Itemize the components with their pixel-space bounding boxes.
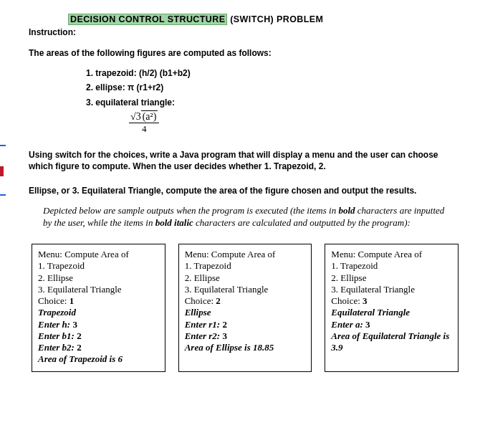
- body-para-1: Using switch for the choices, write a Ja…: [29, 149, 459, 172]
- menu-item: 1. Trapezoid: [185, 260, 306, 272]
- sample-box: Menu: Compute Area of 1. Trapezoid 2. El…: [32, 244, 165, 372]
- edge-marker: [0, 166, 4, 176]
- formula-2: 2. ellipse: π (r1+r2): [86, 82, 459, 93]
- page-title: DECISION CONTROL STRUCTURE (SWITCH) PROB…: [68, 14, 459, 24]
- denominator: 4: [129, 123, 159, 135]
- input-line: Enter b1: 2: [38, 330, 159, 342]
- input-line: Enter r1: 2: [185, 319, 306, 330]
- formula-1: 1. trapezoid: (h/2) (b1+b2): [86, 67, 459, 79]
- result-line: Area of Ellipse is 18.85: [185, 342, 306, 353]
- choice-line: Choice: 2: [185, 295, 306, 307]
- menu-head: Menu: Compute Area of: [185, 249, 306, 260]
- body-para-2: Ellipse, or 3. Equilateral Triangle, com…: [29, 185, 459, 196]
- result-line: Area of Trapezoid is 6: [38, 353, 159, 365]
- input-line: Enter r2: 3: [185, 330, 306, 342]
- intro-text: The areas of the following figures are c…: [29, 47, 459, 59]
- menu-item: 2. Ellipse: [185, 272, 306, 284]
- menu-item: 3. Equilateral Triangle: [38, 284, 159, 295]
- edge-marker: [0, 194, 6, 196]
- root-sign: √3: [130, 111, 141, 122]
- menu-item: 1. Trapezoid: [331, 260, 452, 272]
- menu-item: 1. Trapezoid: [38, 260, 159, 272]
- menu-item: 3. Equilateral Triangle: [185, 284, 306, 295]
- choice-line: Choice: 3: [331, 295, 452, 307]
- sample-note: Depicted below are sample outputs when t…: [43, 205, 451, 229]
- menu-item: 2. Ellipse: [38, 272, 159, 284]
- formula-3-fraction: √3(a²) 4: [129, 111, 459, 135]
- sample-box: Menu: Compute Area of 1. Trapezoid 2. El…: [325, 244, 459, 372]
- formula-3: 3. equilateral triangle:: [86, 97, 459, 108]
- shape-name: Equilateral Triangle: [331, 307, 452, 318]
- shape-name: Trapezoid: [38, 307, 159, 318]
- title-highlight: DECISION CONTROL STRUCTURE: [68, 14, 227, 25]
- shape-name: Ellipse: [185, 307, 306, 318]
- input-line: Enter h: 3: [38, 319, 159, 330]
- sample-box: Menu: Compute Area of 1. Trapezoid 2. El…: [178, 244, 312, 372]
- input-line: Enter b2: 2: [38, 342, 159, 353]
- choice-line: Choice: 1: [38, 295, 159, 307]
- menu-item: 2. Ellipse: [331, 272, 452, 284]
- title-plain: (SWITCH) PROBLEM: [227, 14, 323, 24]
- menu-head: Menu: Compute Area of: [331, 249, 452, 260]
- menu-head: Menu: Compute Area of: [38, 249, 159, 260]
- edge-marker: [0, 145, 6, 146]
- result-line: Area of Equilateral Triangle is 3.9: [331, 330, 452, 354]
- menu-item: 3. Equilateral Triangle: [331, 284, 452, 295]
- samples-row: Menu: Compute Area of 1. Trapezoid 2. El…: [32, 244, 459, 372]
- input-line: Enter a: 3: [331, 319, 452, 330]
- radicand: (a²): [141, 110, 158, 122]
- instruction-label: Instruction:: [29, 27, 459, 37]
